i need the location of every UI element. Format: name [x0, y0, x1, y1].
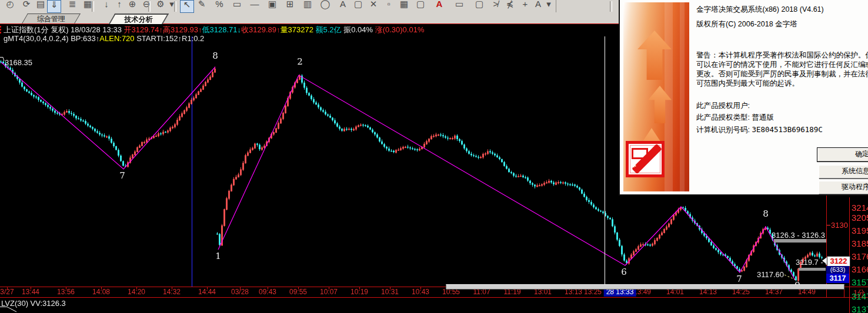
time-axis-label: 10:43 — [412, 288, 429, 296]
zoom-out-icon[interactable]: ⊖ — [140, 0, 153, 12]
price-axis-label: 3166 — [852, 264, 868, 274]
time-axis-label: 13:56 — [57, 288, 75, 296]
machine-id-row: 计算机识别号码: 3E804513B696189C — [696, 125, 823, 135]
toolbar-separator — [92, 1, 94, 12]
draw-icon[interactable]: ✎ — [195, 0, 208, 12]
time-axis-label: 14:44 — [198, 288, 216, 296]
warning-line: 可范围内受到最大可能的起诉。 — [696, 79, 799, 89]
price-axis-label: 3185 — [852, 238, 868, 248]
box3-icon[interactable]: ▢ — [473, 0, 486, 12]
list-icon[interactable]: ≣ — [66, 0, 79, 12]
compare1-icon[interactable]: ≯ — [489, 0, 502, 12]
arrow-down-icon[interactable]: ↓ — [100, 0, 113, 12]
dialog-artwork: ✱ — [623, 2, 689, 191]
license-type-label: 此产品授权类型: — [696, 113, 750, 122]
system-info-button[interactable]: 系统信息(S)... — [819, 165, 868, 179]
pin-icon[interactable]: ⇓ — [47, 0, 61, 13]
wave-point-label: 8 — [763, 208, 769, 219]
time-axis-label: 09:55 — [289, 288, 307, 296]
price-annotation: 3117.60 — [757, 270, 784, 279]
wave-point-label: 7 — [736, 274, 742, 284]
time-axis-label: 09:43 — [259, 288, 276, 296]
time-axis-label: 13:44 — [22, 288, 39, 296]
smallbox-icon[interactable]: ▫ — [382, 0, 395, 12]
text-icon[interactable]: A — [336, 0, 349, 12]
wave-point-label: 6 — [621, 267, 627, 277]
axis-price-label: 3130 — [831, 221, 848, 230]
warning-line: 更改。否则可能受到严厉的民事及刑事制裁，并在法律许 — [696, 69, 868, 79]
circle-icon[interactable]: ◯ — [319, 0, 332, 12]
grid2-icon[interactable]: ⊞ — [283, 0, 296, 12]
indicator-info-line: gMT4(30,0,4,0.2,4) BP:633↑ALEN:720 START… — [4, 34, 204, 43]
time-axis-label: 03/28 — [231, 288, 249, 296]
percent-icon[interactable]: % — [213, 0, 226, 12]
info-segment: ALEN:720 — [99, 34, 134, 43]
delete-icon[interactable]: ✕ — [367, 0, 380, 12]
info-segment: 额5.2亿 — [315, 25, 343, 34]
artwork-band — [680, 2, 685, 191]
tab-general-management[interactable]: 综合管理 — [22, 14, 81, 23]
calc-icon[interactable]: ▦ — [398, 0, 410, 12]
hline-icon[interactable]: — — [248, 0, 261, 12]
app-window: ◴⟳▤⇓≣▦↓↑⊕⊖⚙▾↖✎%▭—▣⊞▥◯A▢✕▫▦▢A▭▢≯⋠+A▾ 综合管理… — [0, 0, 868, 313]
tab-technical-analysis[interactable]: 技术分析 — [109, 14, 169, 24]
time-axis-label: 3/27 — [0, 288, 14, 296]
zoom-in-icon[interactable]: ⊕ — [126, 0, 139, 12]
hbar-icon[interactable]: ▭ — [453, 0, 466, 12]
ok-button[interactable]: 确定 — [817, 148, 868, 161]
toolbar-separator — [174, 1, 176, 12]
info-segment: STARTI:152↑R1:0.2 — [135, 34, 205, 43]
price-axis-label: 3214 — [852, 203, 868, 213]
font-color-icon[interactable]: A — [433, 0, 446, 12]
plus-icon[interactable]: + — [519, 0, 532, 12]
box2-icon[interactable]: ▢ — [414, 0, 427, 12]
wave-point-label: 2 — [297, 56, 303, 67]
dialog-title: 金字塔决策交易系统(x86) 2018 (V4.61) — [696, 5, 824, 15]
price-axis-label: 3205 — [852, 213, 868, 223]
price-tag-arrow — [822, 257, 827, 264]
time-axis-label: 10:31 — [381, 288, 399, 296]
time-axis-label: 14:20 — [128, 288, 145, 296]
wave-point-label: 7 — [119, 170, 125, 181]
info-segment: 开3129.74↑ — [123, 25, 163, 34]
info-segment: 量373272 — [280, 25, 315, 34]
report-icon[interactable]: ▤ — [34, 0, 47, 12]
refresh-icon[interactable]: ⟳ — [20, 0, 33, 12]
driver-button[interactable]: 驱动程序(D)... — [819, 181, 868, 194]
warning-line: 警告：本计算机程序受著作权法和国际公约的保护。你只 — [696, 51, 868, 60]
wave-point-label: 8 — [212, 51, 218, 61]
tab-label: 综合管理 — [37, 14, 65, 23]
price-axis-label: 3195 — [852, 226, 868, 235]
machine-id-value: 3E804513B696189C — [752, 125, 822, 134]
price-annotation: 3168.35 — [5, 58, 32, 67]
count-tag: (633) — [826, 266, 849, 274]
info-segment: 上证指数(1分 复权) 18/03/28 13:33 — [4, 25, 123, 34]
logo-star-icon: ✱ — [631, 161, 636, 169]
license-type-row: 此产品授权类型: 普通版 — [696, 113, 774, 123]
info-segment: 振0.04% — [343, 25, 375, 34]
compare2-icon[interactable]: ⋠ — [503, 0, 516, 12]
clock-icon[interactable]: ◴ — [4, 0, 16, 12]
box-icon[interactable]: ▢ — [352, 0, 365, 12]
toolbar-separator — [610, 1, 612, 12]
price-annotation: 3126.3 - 3126.3 — [772, 231, 825, 240]
price-axis-label: 3147 — [852, 291, 868, 301]
h-scrollbar[interactable] — [446, 284, 844, 290]
time-axis-label: 14:32 — [163, 288, 181, 296]
info-segment: 收3129.89↑ — [241, 25, 281, 34]
font-dropdown-icon[interactable]: ▾ — [542, 0, 555, 12]
time-axis-label: 10:19 — [350, 288, 368, 296]
current-price-tag: 3122 — [827, 256, 850, 267]
price-axis-label: 3176 — [852, 251, 868, 261]
wave-point-label: 1 — [215, 251, 221, 261]
arrow-up-icon[interactable]: ↑ — [113, 0, 126, 12]
license-type-value: 普通版 — [752, 113, 774, 122]
info-segment: 低3128.71↓ — [202, 25, 241, 34]
ruler-icon[interactable]: ▭ — [231, 0, 243, 12]
tab-label: 技术分析 — [124, 15, 152, 24]
time-axis-label: 14:08 — [92, 288, 110, 296]
columns-icon[interactable]: ▥ — [301, 0, 314, 12]
cursor-icon[interactable]: ↖ — [180, 0, 194, 13]
info-segment: 涨(0.30)0.01% — [375, 25, 425, 34]
frame-icon[interactable]: ▣ — [266, 0, 279, 12]
